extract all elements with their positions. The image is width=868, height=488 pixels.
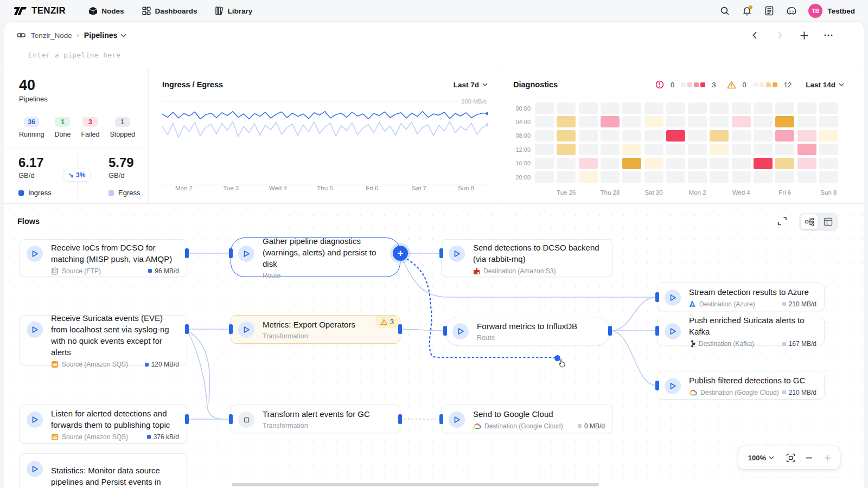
heatmap-cell[interactable] bbox=[601, 130, 620, 142]
flow-node-n8[interactable]: Push enriched Suricata alerts to KafkaDe… bbox=[657, 317, 825, 345]
heatmap-cell[interactable] bbox=[557, 144, 576, 155]
heatmap-cell[interactable] bbox=[732, 102, 751, 114]
heatmap-cell[interactable] bbox=[644, 158, 663, 169]
input-handle[interactable] bbox=[229, 324, 233, 334]
flow-node-n13[interactable]: Statistics: Monitor data source pipeline… bbox=[19, 453, 187, 488]
heatmap-cell[interactable] bbox=[666, 102, 685, 114]
back-button[interactable] bbox=[750, 30, 760, 40]
heatmap-cell[interactable] bbox=[535, 171, 554, 183]
input-handle[interactable] bbox=[229, 248, 233, 258]
pipeline-status-failed[interactable]: 3 Failed bbox=[81, 117, 99, 138]
input-handle[interactable] bbox=[655, 326, 659, 336]
heatmap-cell[interactable] bbox=[710, 158, 729, 169]
heatmap-cell[interactable] bbox=[732, 158, 751, 169]
heatmap-cell[interactable] bbox=[775, 171, 794, 183]
flow-node-n2[interactable]: Gather pipeline diagnostics (warnings, a… bbox=[231, 237, 400, 277]
play-icon[interactable] bbox=[238, 322, 254, 338]
heatmap-cell[interactable] bbox=[732, 171, 751, 183]
heatmap-cell[interactable] bbox=[601, 144, 620, 155]
heatmap-cell[interactable] bbox=[644, 144, 663, 155]
heatmap-cell[interactable] bbox=[535, 144, 554, 155]
heatmap-cell[interactable] bbox=[557, 171, 576, 183]
pipeline-input[interactable]: Enter a pipeline here bbox=[4, 47, 679, 63]
heatmap-cell[interactable] bbox=[688, 116, 707, 127]
flow-node-n10[interactable]: Listen for alerted detections and forwar… bbox=[19, 404, 187, 444]
heatmap-cell[interactable] bbox=[754, 102, 773, 114]
play-icon[interactable] bbox=[27, 322, 43, 338]
heatmap-cell[interactable] bbox=[775, 102, 794, 114]
heatmap-cell[interactable] bbox=[535, 158, 554, 169]
input-handle[interactable] bbox=[439, 414, 443, 424]
tenzir-logo[interactable]: TENZIR bbox=[14, 5, 66, 16]
flow-node-n11[interactable]: Transform alert events for GCTransformat… bbox=[231, 404, 400, 433]
input-handle[interactable] bbox=[443, 326, 447, 336]
flow-node-n12[interactable]: Send to Google CloudDestination (Google … bbox=[441, 404, 613, 433]
heatmap-cell[interactable] bbox=[754, 158, 773, 169]
diagnostics-range-dropdown[interactable]: Last 14d bbox=[806, 81, 844, 89]
heatmap-cell[interactable] bbox=[622, 144, 641, 155]
expand-icon[interactable] bbox=[777, 216, 788, 227]
flow-node-n9[interactable]: Publish filtered detections to GCDestina… bbox=[657, 371, 825, 400]
heatmap-cell[interactable] bbox=[819, 116, 838, 127]
heatmap-cell[interactable] bbox=[732, 144, 751, 155]
stopped-square-icon[interactable] bbox=[238, 412, 254, 428]
heatmap-cell[interactable] bbox=[819, 144, 838, 155]
heatmap-cell[interactable] bbox=[732, 130, 751, 142]
output-handle[interactable] bbox=[608, 326, 612, 336]
heatmap-cell[interactable] bbox=[710, 130, 729, 142]
zoom-in-button[interactable] bbox=[818, 448, 837, 467]
add-pipeline-button[interactable] bbox=[799, 30, 809, 40]
heatmap-cell[interactable] bbox=[579, 102, 598, 114]
heatmap-cell[interactable] bbox=[622, 171, 641, 183]
flow-view-button[interactable] bbox=[801, 214, 818, 229]
pipeline-status-done[interactable]: 1 Done bbox=[55, 117, 71, 138]
play-icon[interactable] bbox=[665, 323, 681, 339]
heatmap-cell[interactable] bbox=[754, 130, 773, 142]
heatmap-cell[interactable] bbox=[775, 158, 794, 169]
flow-node-n5[interactable]: Receive Suricata events (EVE) from local… bbox=[19, 315, 187, 365]
heatmap-cell[interactable] bbox=[775, 130, 794, 142]
pipeline-status-running[interactable]: 36 Running bbox=[19, 117, 44, 138]
pipeline-status-stopped[interactable]: 1 Stopped bbox=[110, 117, 135, 138]
play-icon[interactable] bbox=[27, 461, 43, 477]
heatmap-cell[interactable] bbox=[557, 130, 576, 142]
heatmap-cell[interactable] bbox=[579, 130, 598, 142]
output-handle[interactable] bbox=[185, 248, 189, 258]
output-handle[interactable] bbox=[185, 414, 189, 424]
heatmap-cell[interactable] bbox=[644, 130, 663, 142]
heatmap-cell[interactable] bbox=[710, 116, 729, 127]
heatmap-cell[interactable] bbox=[775, 144, 794, 155]
play-icon[interactable] bbox=[452, 323, 469, 339]
heatmap-cell[interactable] bbox=[688, 102, 707, 114]
heatmap-cell[interactable] bbox=[579, 158, 598, 169]
heatmap-cell[interactable] bbox=[535, 116, 554, 127]
nav-item-dashboards[interactable]: Dashboards bbox=[142, 7, 197, 15]
user-name[interactable]: Testbed bbox=[827, 7, 855, 15]
heatmap-cell[interactable] bbox=[797, 116, 816, 127]
heatmap-cell[interactable] bbox=[557, 102, 576, 114]
heatmap-cell[interactable] bbox=[622, 158, 641, 169]
heatmap-cell[interactable] bbox=[535, 130, 554, 142]
heatmap-cell[interactable] bbox=[754, 116, 773, 127]
heatmap-cell[interactable] bbox=[797, 158, 816, 169]
play-icon[interactable] bbox=[449, 246, 465, 262]
heatmap-cell[interactable] bbox=[644, 102, 663, 114]
docs-icon[interactable] bbox=[764, 5, 775, 16]
heatmap-cell[interactable] bbox=[644, 171, 663, 183]
heatmap-cell[interactable] bbox=[601, 116, 620, 127]
heatmap-cell[interactable] bbox=[601, 171, 620, 183]
play-icon[interactable] bbox=[665, 290, 681, 306]
output-handle[interactable] bbox=[185, 324, 189, 334]
heatmap-cell[interactable] bbox=[819, 130, 838, 142]
add-connection-button[interactable]: + bbox=[393, 246, 408, 261]
play-icon[interactable] bbox=[27, 246, 43, 262]
heatmap-cell[interactable] bbox=[732, 116, 751, 127]
heatmap-cell[interactable] bbox=[666, 144, 685, 155]
flow-node-n1[interactable]: Receive IoCs from DCSO for matching (MIS… bbox=[19, 239, 187, 277]
horizontal-scrollbar[interactable] bbox=[232, 483, 599, 486]
chart-range-dropdown[interactable]: Last 7d bbox=[454, 81, 488, 89]
heatmap-cell[interactable] bbox=[797, 171, 816, 183]
heatmap-cell[interactable] bbox=[666, 116, 685, 127]
search-icon[interactable] bbox=[719, 5, 730, 16]
flow-node-n4[interactable]: Stream detection results to AzureDestina… bbox=[657, 282, 825, 311]
